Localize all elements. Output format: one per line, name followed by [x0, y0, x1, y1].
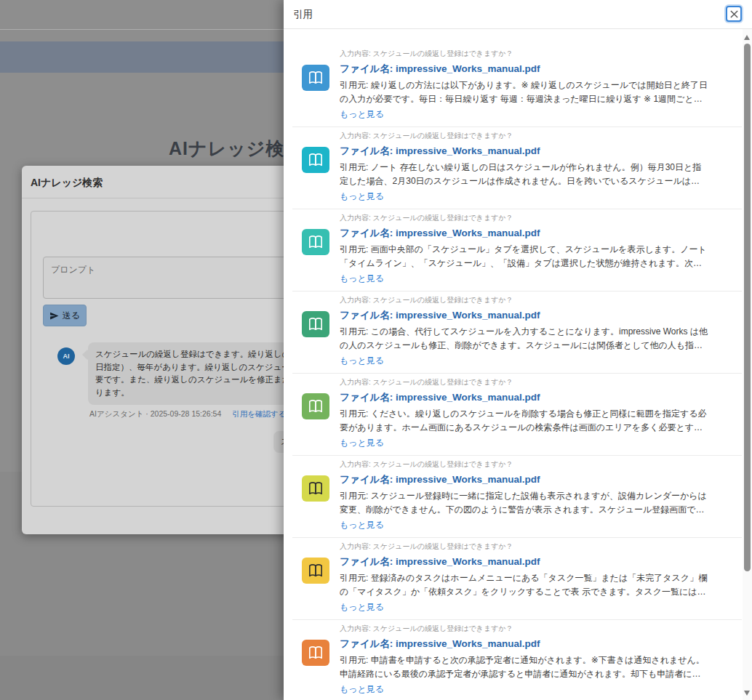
book-icon [308, 71, 324, 85]
input-content-text: スケジュールの繰返し登録はできますか？ [373, 378, 513, 386]
quote-text: スケジュール登録時に一緒に指定した設備も表示されますが、設備カレンダーからは変更… [340, 491, 707, 516]
input-content-text: スケジュールの繰返し登録はできますか？ [373, 460, 513, 468]
scroll-up-icon[interactable] [744, 35, 750, 40]
quote-text: 申請書を申請すると次の承認予定者に通知がされます。※下書きは通知されません。申請… [340, 655, 705, 680]
send-button-label: 送る [63, 310, 80, 322]
close-button[interactable] [726, 6, 742, 22]
citation-quote: 引用元: スケジュール登録時に一緒に指定した設備も表示されますが、設備カレンダー… [340, 489, 708, 516]
ai-meta-separator: · [145, 409, 148, 418]
citation-quote: 引用元: 登録済みのタスクはホームメニューにある「タスク一覧」または「未完了タス… [340, 571, 708, 598]
citation-file-link[interactable]: ファイル名: impressive_Works_manual.pdf [340, 391, 708, 404]
quote-text: ノート 存在しない繰り返しの日はスケジュールが作られません。例）毎月30日と指定… [340, 162, 701, 188]
input-content-line: 入力内容: スケジュールの繰返し登録はできますか？ [340, 624, 708, 634]
source-label: 引用元: [340, 80, 371, 90]
input-content-label: 入力内容: [340, 132, 373, 140]
source-label: 引用元: [340, 573, 371, 583]
book-icon-badge [302, 393, 329, 419]
book-icon-badge [302, 475, 329, 502]
ai-avatar: AI [57, 347, 75, 365]
citation-list: 入力内容: スケジュールの繰返し登録はできますか？ ファイル名: impress… [284, 29, 743, 700]
source-label: 引用元: [340, 326, 371, 337]
citation-file-link[interactable]: ファイル名: impressive_Works_manual.pdf [340, 637, 708, 651]
input-content-label: 入力内容: [340, 460, 373, 468]
input-content-text: スケジュールの繰返し登録はできますか？ [373, 296, 513, 304]
citation-file-link[interactable]: ファイル名: impressive_Works_manual.pdf [340, 227, 708, 240]
citation-quote: 引用元: この場合、代行してスケジュールを入力することになります。impress… [340, 325, 708, 352]
quote-text: 登録済みのタスクはホームメニューにある「タスク一覧」または「未完了タスク」欄の「… [340, 573, 707, 598]
quote-text: 繰り返しの方法には以下があります。※ 繰り返しのスケジュールでは開始日と終了日の… [340, 80, 708, 105]
citation-file-link[interactable]: ファイル名: impressive_Works_manual.pdf [340, 473, 708, 486]
file-name: impressive_Works_manual.pdf [396, 228, 540, 238]
ai-meta-name: AIアシスタント [89, 409, 143, 418]
file-name-label: ファイル名: [340, 556, 396, 567]
see-more-link[interactable]: もっと見る [340, 355, 384, 367]
citation-entry: 入力内容: スケジュールの繰返し登録はできますか？ ファイル名: impress… [284, 456, 743, 538]
file-name: impressive_Works_manual.pdf [396, 474, 540, 485]
book-icon [308, 645, 324, 660]
dialog-title: AIナレッジ検索 [31, 177, 103, 190]
input-content-label: 入力内容: [340, 542, 373, 550]
input-content-text: スケジュールの繰返し登録はできますか？ [373, 542, 513, 550]
input-content-text: スケジュールの繰返し登録はできますか？ [373, 132, 513, 140]
citation-quote: 引用元: 繰り返しの方法には以下があります。※ 繰り返しのスケジュールでは開始日… [340, 79, 708, 105]
see-more-link[interactable]: もっと見る [340, 437, 384, 449]
scrollbar[interactable] [743, 29, 752, 700]
book-icon [308, 481, 324, 496]
citation-quote: 引用元: ノート 存在しない繰り返しの日はスケジュールが作られません。例）毎月3… [340, 161, 708, 188]
input-content-label: 入力内容: [340, 378, 373, 386]
book-icon-badge [302, 147, 329, 173]
citation-entry: 入力内容: スケジュールの繰返し登録はできますか？ ファイル名: impress… [284, 291, 743, 374]
send-button[interactable]: 送る [43, 305, 87, 326]
check-citation-link[interactable]: 引用を確認する [232, 409, 286, 418]
book-icon [308, 399, 324, 414]
citation-file-link[interactable]: ファイル名: impressive_Works_manual.pdf [340, 145, 708, 158]
file-name: impressive_Works_manual.pdf [396, 145, 540, 156]
book-icon [308, 563, 324, 578]
book-icon-badge [302, 311, 329, 337]
file-name-label: ファイル名: [340, 474, 396, 485]
citation-file-link[interactable]: ファイル名: impressive_Works_manual.pdf [340, 309, 708, 322]
file-name: impressive_Works_manual.pdf [396, 310, 540, 321]
app-root: AIナレッジ検索ペ AIナレッジ検索 プロンプト 送る AI スケジュールの繰返… [0, 0, 752, 700]
see-more-link[interactable]: もっと見る [340, 273, 384, 285]
see-more-link[interactable]: もっと見る [340, 683, 384, 696]
citation-entry: 入力内容: スケジュールの繰返し登録はできますか？ ファイル名: impress… [284, 538, 743, 620]
close-icon [730, 10, 738, 18]
input-content-text: スケジュールの繰返し登録はできますか？ [373, 49, 513, 57]
input-content-label: 入力内容: [340, 296, 373, 304]
file-name: impressive_Works_manual.pdf [396, 556, 540, 567]
input-content-text: スケジュールの繰返し登録はできますか？ [373, 624, 513, 632]
see-more-link[interactable]: もっと見る [340, 519, 384, 531]
citation-panel-header: 引用 [284, 0, 752, 29]
citation-quote: 引用元: ください。繰り返しのスケジュールを削除する場合も修正と同様に範囲を指定… [340, 407, 708, 434]
citation-file-link[interactable]: ファイル名: impressive_Works_manual.pdf [340, 555, 708, 568]
book-icon-badge [302, 640, 329, 666]
file-name-label: ファイル名: [340, 228, 396, 238]
quote-text: この場合、代行してスケジュールを入力することになります。impressive W… [340, 326, 708, 352]
scrollbar-thumb[interactable] [744, 44, 751, 571]
input-content-line: 入力内容: スケジュールの繰返し登録はできますか？ [340, 542, 708, 552]
scroll-down-icon[interactable] [744, 691, 750, 696]
citation-entry: 入力内容: スケジュールの繰返し登録はできますか？ ファイル名: impress… [284, 374, 743, 456]
citation-panel-title: 引用 [293, 8, 313, 21]
citation-entry: 入力内容: スケジュールの繰返し登録はできますか？ ファイル名: impress… [284, 45, 743, 127]
input-content-label: 入力内容: [340, 49, 373, 57]
file-name-label: ファイル名: [340, 310, 396, 321]
file-name: impressive_Works_manual.pdf [396, 63, 540, 74]
book-icon-badge [302, 558, 329, 584]
input-content-line: 入力内容: スケジュールの繰返し登録はできますか？ [340, 459, 708, 470]
source-label: 引用元: [340, 244, 371, 254]
book-icon [308, 317, 324, 331]
see-more-link[interactable]: もっと見る [340, 190, 384, 203]
see-more-link[interactable]: もっと見る [340, 108, 384, 121]
citation-entry: 入力内容: スケジュールの繰返し登録はできますか？ ファイル名: impress… [284, 620, 743, 700]
citation-file-link[interactable]: ファイル名: impressive_Works_manual.pdf [340, 63, 708, 76]
see-more-link[interactable]: もっと見る [340, 601, 384, 613]
book-icon [308, 153, 324, 167]
file-name-label: ファイル名: [340, 392, 396, 403]
book-icon [308, 235, 324, 249]
quote-text: 画面中央部の「スケジュール」タブを選択して、スケジュールを表示します。ノート「タ… [340, 244, 707, 270]
book-icon-badge [302, 229, 329, 255]
input-content-line: 入力内容: スケジュールの繰返し登録はできますか？ [340, 213, 708, 223]
paper-plane-icon [49, 311, 59, 321]
